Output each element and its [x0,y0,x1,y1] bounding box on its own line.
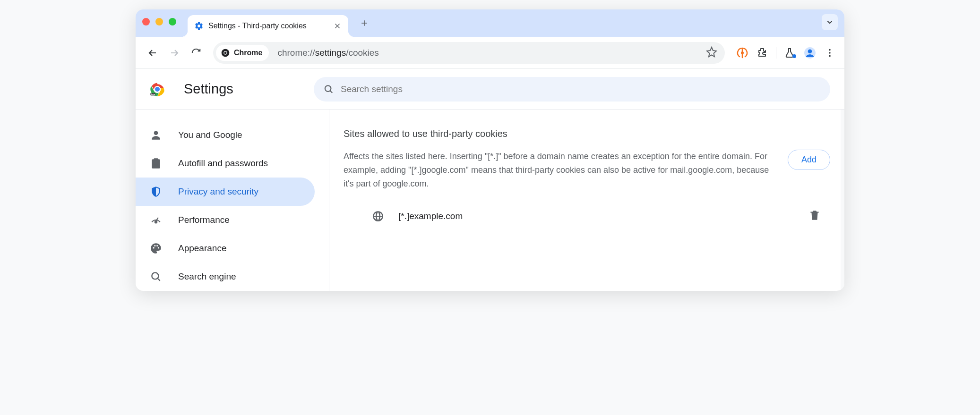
site-chip[interactable]: Chrome [216,45,269,61]
url-text: chrome://settings/cookies [277,48,378,58]
search-icon [150,271,162,283]
back-button[interactable] [144,44,161,61]
settings-body: You and Google Autofill and passwords Pr… [136,110,844,291]
tab-search-button[interactable] [822,14,838,30]
site-chip-label: Chrome [234,49,262,57]
sidebar-label: You and Google [178,130,242,140]
svg-rect-17 [154,158,158,160]
tab-title: Settings - Third-party cookies [208,22,328,30]
extensions-menu-button[interactable] [756,47,768,59]
svg-rect-19 [154,164,158,165]
svg-point-23 [156,245,158,246]
puzzle-icon [756,47,768,59]
window-controls [142,18,176,25]
add-button[interactable]: Add [788,150,830,170]
sidebar-item-autofill[interactable]: Autofill and passwords [136,149,315,178]
chrome-menu-button[interactable] [824,47,836,59]
svg-point-22 [154,245,155,246]
close-tab-icon[interactable] [333,22,342,30]
clipboard-icon [150,157,162,169]
minimize-window-button[interactable] [155,18,163,25]
svg-point-7 [829,49,831,51]
search-icon [323,84,334,95]
address-bar[interactable]: Chrome chrome://settings/cookies [213,42,725,64]
tab-strip: Settings - Third-party cookies [136,9,844,37]
search-settings-input[interactable] [341,84,821,94]
plus-icon [360,18,369,28]
svg-point-9 [829,55,831,57]
svg-point-20 [155,221,157,223]
page-content: Beta Settings You and Google Autofill an… [136,69,844,291]
sidebar-item-you-and-google[interactable]: You and Google [136,121,315,149]
svg-rect-18 [154,162,158,163]
new-tab-button[interactable] [358,17,371,30]
section-title: Sites allowed to use third-party cookies [344,128,830,139]
reload-button[interactable] [188,44,205,61]
svg-text:Beta: Beta [151,93,155,95]
section-description: Affects the sites listed here. Inserting… [344,150,774,190]
toolbar-divider [776,47,776,59]
sidebar-item-search-engine[interactable]: Search engine [136,263,315,291]
star-icon [706,46,717,58]
settings-main-panel: Sites allowed to use third-party cookies… [329,110,844,291]
profile-button[interactable] [804,47,816,59]
avatar-icon [804,47,816,59]
browser-tab[interactable]: Settings - Third-party cookies [188,15,348,37]
speedometer-icon [150,214,162,226]
sidebar-item-privacy-security[interactable]: Privacy and security [136,178,315,206]
shield-icon [150,186,162,198]
chrome-icon [221,48,230,58]
settings-sidebar: You and Google Autofill and passwords Pr… [136,110,329,291]
globe-icon [372,210,384,222]
bookmark-button[interactable] [706,46,717,59]
trash-icon [808,209,821,221]
settings-gear-icon [194,21,204,31]
browser-window: Settings - Third-party cookies Chrome ch… [136,9,844,291]
sidebar-label: Autofill and passwords [178,158,268,169]
reload-icon [191,48,201,58]
toolbar: Chrome chrome://settings/cookies [136,37,844,69]
svg-point-3 [741,51,744,54]
svg-point-2 [224,51,227,54]
person-icon [150,129,162,141]
svg-point-8 [829,52,831,54]
svg-point-21 [153,247,155,248]
labs-button[interactable] [784,47,796,59]
sidebar-label: Privacy and security [178,186,258,197]
maximize-window-button[interactable] [169,18,176,25]
sidebar-label: Search engine [178,271,236,282]
delete-site-button[interactable] [808,209,821,223]
extensions-group [736,47,836,59]
sidebar-item-performance[interactable]: Performance [136,206,315,234]
sidebar-label: Performance [178,215,230,225]
forward-button[interactable] [166,44,183,61]
svg-point-16 [154,131,158,135]
sidebar-item-appearance[interactable]: Appearance [136,234,315,263]
page-title: Settings [184,81,233,97]
svg-point-6 [808,49,812,53]
section-description-row: Affects the sites listed here. Inserting… [344,150,830,190]
extension-vpn-icon[interactable] [736,47,748,59]
chrome-logo-icon: Beta [150,82,165,97]
notification-dot-icon [792,54,796,58]
svg-point-4 [792,54,796,58]
kebab-icon [825,48,835,58]
palette-icon [150,242,162,254]
sidebar-label: Appearance [178,243,226,254]
arrow-right-icon [169,47,180,59]
site-pattern: [*.]example.com [398,211,794,221]
settings-header: Beta Settings [136,69,844,110]
close-window-button[interactable] [142,18,150,25]
arrow-left-icon [147,47,158,59]
allowed-site-row: [*.]example.com [344,209,830,223]
svg-point-24 [158,247,159,248]
search-settings-field[interactable] [314,77,830,102]
chevron-down-icon [825,18,834,26]
